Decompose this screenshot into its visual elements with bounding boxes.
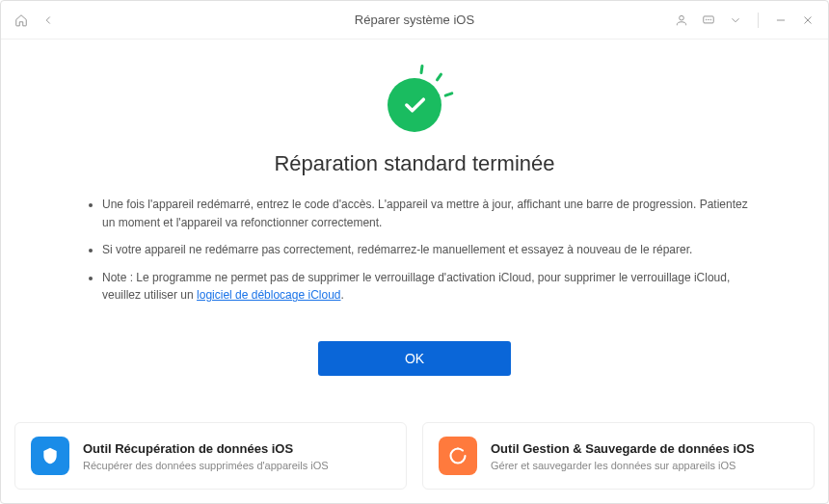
svg-point-4 [710, 19, 711, 20]
ok-button[interactable]: OK [318, 341, 511, 376]
note-suffix: . [340, 288, 343, 302]
svg-point-0 [680, 15, 684, 20]
home-icon[interactable] [14, 13, 28, 27]
ios-data-management-card[interactable]: Outil Gestion & Sauvegarde de données iO… [422, 422, 815, 490]
titlebar: Réparer système iOS [1, 1, 828, 40]
instruction-item: Si votre appareil ne redémarre pas corre… [102, 241, 752, 259]
back-icon[interactable] [41, 13, 55, 27]
card-text: Outil Récupération de données iOS Récupé… [83, 441, 329, 471]
instruction-item: Note : Le programme ne permet pas de sup… [102, 269, 752, 305]
success-heading: Réparation standard terminée [274, 151, 554, 176]
ios-data-recovery-card[interactable]: Outil Récupération de données iOS Récupé… [14, 422, 407, 490]
card-title: Outil Récupération de données iOS [83, 441, 329, 456]
chevron-down-icon[interactable] [729, 13, 742, 27]
card-subtitle: Gérer et sauvegarder les données sur app… [491, 460, 755, 471]
titlebar-left [14, 13, 55, 27]
card-title: Outil Gestion & Sauvegarde de données iO… [491, 441, 755, 456]
instruction-item: Une fois l'appareil redémarré, entrez le… [102, 196, 752, 231]
success-icon [388, 78, 441, 132]
svg-point-3 [709, 19, 709, 20]
close-icon[interactable] [801, 13, 815, 27]
feedback-icon[interactable] [702, 13, 715, 27]
main-content: Réparation standard terminée Une fois l'… [1, 40, 828, 409]
promo-cards: Outil Récupération de données iOS Récupé… [1, 409, 828, 503]
window-title: Réparer système iOS [355, 13, 474, 27]
instructions-list: Une fois l'appareil redémarré, entrez le… [77, 196, 752, 314]
svg-point-2 [706, 19, 707, 20]
card-text: Outil Gestion & Sauvegarde de données iO… [491, 441, 755, 471]
card-subtitle: Récupérer des données supprimées d'appar… [83, 460, 329, 471]
recovery-icon [31, 437, 69, 475]
icloud-unlock-link[interactable]: logiciel de déblocage iCloud [197, 288, 340, 302]
titlebar-divider [758, 13, 759, 28]
user-icon[interactable] [675, 13, 688, 27]
minimize-icon[interactable] [774, 13, 788, 27]
management-icon [439, 437, 477, 475]
titlebar-right [675, 13, 815, 28]
